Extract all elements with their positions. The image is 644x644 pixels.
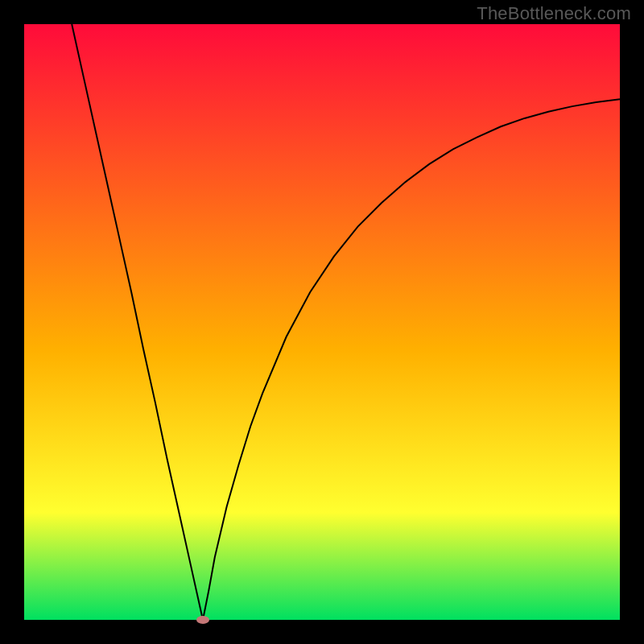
chart-container: TheBottleneck.com [0,0,644,644]
bottleneck-chart [0,0,644,644]
minimum-marker [196,616,209,624]
watermark-text: TheBottleneck.com [477,3,631,24]
chart-plot-area [24,24,620,620]
